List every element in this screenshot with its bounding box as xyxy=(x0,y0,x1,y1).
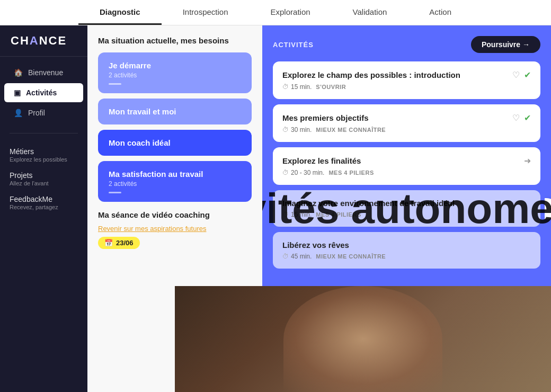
tab-introspection[interactable]: Introspection xyxy=(162,0,250,25)
card-satisfaction[interactable]: Ma satisfaction au travail 2 activités xyxy=(98,161,252,202)
tab-action[interactable]: Action xyxy=(408,0,473,25)
main-layout: CHANCE 🏠 Bienvenue ▣ Activités 👤 Profil … xyxy=(0,25,551,392)
section-title: Ma situation actuelle, mes besoins xyxy=(98,36,252,45)
clock-icon: ⏱ xyxy=(282,211,289,218)
activity-card-1[interactable]: Explorez le champ des possibles : introd… xyxy=(273,61,540,99)
clock-icon: ⏱ xyxy=(282,169,289,176)
top-nav: Diagnostic Introspection Exploration Val… xyxy=(0,0,551,25)
sidebar-section-feedbackme[interactable]: FeedbackMe Recevez, partagez xyxy=(0,191,87,215)
card-bar xyxy=(109,83,121,85)
arrow-circle-icon[interactable]: ➜ xyxy=(524,156,531,166)
sidebar-section-metiers[interactable]: Métiers Explorez les possibles xyxy=(0,143,87,167)
sidebar-nav: 🏠 Bienvenue ▣ Activités 👤 Profil xyxy=(0,57,87,129)
activity-card-4[interactable]: Imaginez votre environnement de travail … xyxy=(273,190,540,227)
person-image xyxy=(283,286,442,392)
bottom-image xyxy=(175,286,551,392)
sidebar-section-projets[interactable]: Projets Allez de l'avant xyxy=(0,167,87,191)
tab-exploration[interactable]: Exploration xyxy=(250,0,332,25)
check-circle-icon[interactable]: ✔ xyxy=(524,113,531,123)
activities-icon: ▣ xyxy=(14,88,21,97)
tab-diagnostic[interactable]: Diagnostic xyxy=(78,0,162,25)
logo: CHANCE xyxy=(0,25,87,57)
activities-header: ACTIVITÉS Poursuivre → xyxy=(273,36,540,53)
check-circle-icon[interactable]: ✔ xyxy=(524,70,531,80)
nav-tabs: Diagnostic Introspection Exploration Val… xyxy=(0,0,551,25)
sidebar-item-bienvenue[interactable]: 🏠 Bienvenue xyxy=(4,63,83,82)
activity-card-3[interactable]: Explorez les finalités ➜ ⏱ 20 - 30 min. … xyxy=(273,147,540,185)
sidebar-item-profil[interactable]: 👤 Profil xyxy=(4,103,83,122)
heart-icon[interactable]: ♡ xyxy=(512,70,520,80)
sidebar-divider xyxy=(10,133,78,133)
panel-collapse-arrow[interactable]: ‹ xyxy=(545,198,551,219)
card-je-demarre[interactable]: Je démarre 2 activités xyxy=(98,52,252,93)
clock-icon: ⏱ xyxy=(282,253,289,260)
video-section: Ma séance de vidéo coaching Revenir sur … xyxy=(98,210,252,249)
video-link[interactable]: Revenir sur mes aspirations futures xyxy=(98,225,252,233)
clock-icon: ⏱ xyxy=(282,83,289,91)
date-badge: 📅 23/06 xyxy=(98,237,140,249)
activity-card-5[interactable]: Libérez vos rêves ⏱ 45 min. MIEUX ME CON… xyxy=(273,232,540,269)
sidebar: CHANCE 🏠 Bienvenue ▣ Activités 👤 Profil … xyxy=(0,25,87,392)
card-mon-coach[interactable]: Mon coach idéal xyxy=(98,130,252,156)
sidebar-sections: Métiers Explorez les possibles Projets A… xyxy=(0,138,87,220)
poursuivre-button[interactable]: Poursuivre → xyxy=(471,36,540,53)
card-bar-2 xyxy=(109,192,121,193)
clock-icon: ⏱ xyxy=(282,126,289,133)
card-mon-travail[interactable]: Mon travail et moi xyxy=(98,99,252,124)
home-icon: 🏠 xyxy=(14,68,23,77)
activity-card-2[interactable]: Mes premiers objectifs ♡ ✔ ⏱ 30 min. MIE… xyxy=(273,104,540,142)
heart-icon[interactable]: ♡ xyxy=(512,113,520,123)
profile-icon: 👤 xyxy=(14,109,23,117)
sidebar-item-activites[interactable]: ▣ Activités xyxy=(4,83,83,102)
tab-validation[interactable]: Validation xyxy=(332,0,408,25)
content-area: Ma situation actuelle, mes besoins Je dé… xyxy=(87,25,551,392)
calendar-icon: 📅 xyxy=(104,239,113,247)
